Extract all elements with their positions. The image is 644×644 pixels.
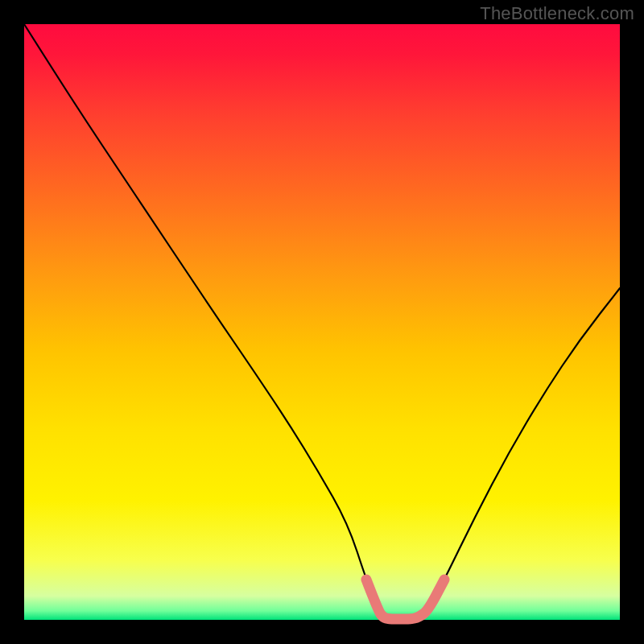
watermark-text: TheBottleneck.com [480, 3, 634, 24]
plot-background [24, 24, 620, 620]
bottleneck-chart [0, 0, 644, 644]
chart-frame: TheBottleneck.com [0, 0, 644, 644]
